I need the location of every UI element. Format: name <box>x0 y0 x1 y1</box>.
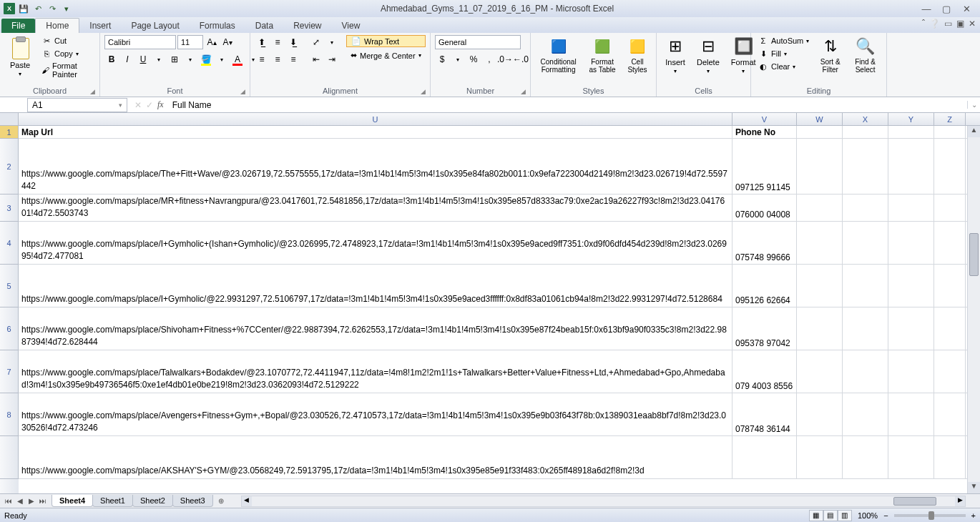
cell-Y4[interactable] <box>888 222 934 264</box>
bold-button[interactable]: B <box>104 52 119 67</box>
cell-W4[interactable] <box>797 222 843 264</box>
cell-X7[interactable] <box>843 350 888 393</box>
cell-Z1[interactable] <box>934 126 966 138</box>
new-sheet-icon[interactable]: ⊕ <box>215 496 227 507</box>
cell-V1[interactable]: Phone No <box>732 126 797 138</box>
row-header-6[interactable]: 6 <box>0 307 19 350</box>
insert-cells-button[interactable]: ⊞Insert▾ <box>661 35 690 76</box>
cell-U[interactable]: https://www.google.com/maps/place/AKSHAY… <box>19 436 732 478</box>
cell-W8[interactable] <box>797 393 843 435</box>
name-box-dropdown-icon[interactable]: ▾ <box>119 102 122 109</box>
cell-Y6[interactable] <box>888 307 934 350</box>
delete-cells-button[interactable]: ⊟Delete▾ <box>692 35 724 76</box>
cell-X[interactable] <box>843 436 888 478</box>
window-restore-icon[interactable]: ▣ <box>956 19 964 29</box>
comma-icon[interactable]: , <box>482 52 496 67</box>
undo-icon[interactable]: ↶ <box>31 2 44 15</box>
border-button[interactable]: ⊞ <box>167 52 182 67</box>
currency-dropdown-icon[interactable]: ▾ <box>451 52 465 67</box>
cell-X4[interactable] <box>843 222 888 264</box>
font-name-select[interactable] <box>104 35 176 49</box>
col-header-Y[interactable]: Y <box>888 113 934 125</box>
shrink-font-icon[interactable]: A▾ <box>220 35 235 49</box>
cell-U2[interactable]: https://www.google.com/maps/place/The+Fi… <box>19 139 732 194</box>
vscroll-thumb[interactable] <box>969 233 979 276</box>
close-icon[interactable]: ✕ <box>961 4 971 14</box>
cell-W6[interactable] <box>797 307 843 350</box>
orientation-dropdown-icon[interactable]: ▾ <box>325 35 339 49</box>
sheet-tab-sheet1[interactable]: Sheet1 <box>92 495 133 507</box>
page-layout-view-icon[interactable]: ▤ <box>823 510 838 521</box>
select-all-corner[interactable] <box>0 113 19 125</box>
zoom-slider[interactable] <box>894 514 966 517</box>
cell-U3[interactable]: https://www.google.com/maps/place/MR+fit… <box>19 194 732 221</box>
wrap-text-button[interactable]: 📄Wrap Text <box>346 35 426 47</box>
next-sheet-icon[interactable]: ▶ <box>26 496 37 507</box>
merge-center-button[interactable]: ⬌Merge & Center ▾ <box>346 50 426 61</box>
decrease-indent-icon[interactable]: ⇤ <box>309 52 323 67</box>
cell-V2[interactable]: 097125 91145 <box>732 139 797 194</box>
row-header-3[interactable]: 3 <box>0 194 19 222</box>
cut-button[interactable]: ✂Cut <box>39 35 95 46</box>
hscroll-thumb[interactable] <box>893 497 936 506</box>
align-bottom-icon[interactable]: ⬇̲ <box>286 35 300 49</box>
clear-button[interactable]: ◐Clear ▾ <box>755 61 812 72</box>
last-sheet-icon[interactable]: ⏭ <box>37 496 49 507</box>
paste-button[interactable]: Paste ▾ <box>4 35 36 79</box>
conditional-formatting-button[interactable]: 🟦Conditional Formatting <box>535 35 582 75</box>
col-header-U[interactable]: U <box>19 113 732 125</box>
cell-Y5[interactable] <box>888 265 934 307</box>
row-header-4[interactable]: 4 <box>0 222 19 265</box>
fill-color-dropdown-icon[interactable]: ▾ <box>215 52 229 67</box>
copy-button[interactable]: ⎘Copy ▾ <box>39 48 95 59</box>
cell-Z2[interactable] <box>934 139 966 194</box>
zoom-thumb[interactable] <box>928 511 934 520</box>
cell-Z6[interactable] <box>934 307 966 350</box>
cell-U7[interactable]: https://www.google.com/maps/place/Talwal… <box>19 350 732 393</box>
row-header-8[interactable]: 8 <box>0 393 19 436</box>
cell-V3[interactable]: 076000 04008 <box>732 194 797 221</box>
underline-dropdown-icon[interactable]: ▾ <box>152 52 166 67</box>
align-left-icon[interactable]: ≡ <box>255 52 269 67</box>
align-right-icon[interactable]: ≡ <box>286 52 300 67</box>
cell-Z3[interactable] <box>934 194 966 221</box>
tab-review[interactable]: Review <box>283 19 331 33</box>
minimize-icon[interactable]: — <box>921 4 931 14</box>
enter-formula-icon[interactable]: ✓ <box>146 100 153 110</box>
cell-Z[interactable] <box>934 436 966 478</box>
cell-U6[interactable]: https://www.google.com/maps/place/Shivoh… <box>19 307 732 350</box>
cell-X8[interactable] <box>843 393 888 435</box>
clipboard-launcher-icon[interactable]: ◢ <box>90 88 95 95</box>
border-dropdown-icon[interactable]: ▾ <box>183 52 197 67</box>
cell-Y7[interactable] <box>888 350 934 393</box>
expand-formula-bar-icon[interactable]: ⌄ <box>967 101 980 109</box>
row-header-2[interactable]: 2 <box>0 139 19 194</box>
vertical-scrollbar[interactable]: ▲ ▼ <box>967 126 980 493</box>
col-header-Z[interactable]: Z <box>934 113 966 125</box>
fill-color-button[interactable]: 🪣 <box>199 52 213 67</box>
cell-V7[interactable]: 079 4003 8556 <box>732 350 797 393</box>
zoom-in-icon[interactable]: + <box>971 511 976 520</box>
row-header-next[interactable] <box>0 436 19 479</box>
underline-button[interactable]: U <box>136 52 150 67</box>
window-minimize-icon[interactable]: ▭ <box>944 19 952 29</box>
italic-button[interactable]: I <box>120 52 134 67</box>
number-format-select[interactable] <box>435 35 521 49</box>
col-header-V[interactable]: V <box>732 113 797 125</box>
zoom-out-icon[interactable]: − <box>883 511 888 520</box>
cell-V6[interactable]: 095378 97042 <box>732 307 797 350</box>
cell-Z7[interactable] <box>934 350 966 393</box>
cell-W5[interactable] <box>797 265 843 307</box>
sheet-tab-sheet3[interactable]: Sheet3 <box>172 495 213 507</box>
tab-formulas[interactable]: Formulas <box>190 19 245 33</box>
cell-X1[interactable] <box>843 126 888 138</box>
cell-U1[interactable]: Map Url <box>19 126 732 138</box>
cell-styles-button[interactable]: 🟨Cell Styles <box>623 35 652 75</box>
cancel-formula-icon[interactable]: ✕ <box>134 100 142 110</box>
horizontal-scrollbar[interactable]: ◀ ▶ <box>241 496 966 507</box>
cell-U5[interactable]: https://www.google.com/maps/place/I+Gymh… <box>19 265 732 307</box>
find-select-button[interactable]: 🔍Find & Select <box>848 35 882 75</box>
grow-font-icon[interactable]: A▴ <box>205 35 219 49</box>
file-tab[interactable]: File <box>1 19 35 33</box>
minimize-ribbon-icon[interactable]: ˆ <box>922 19 925 29</box>
